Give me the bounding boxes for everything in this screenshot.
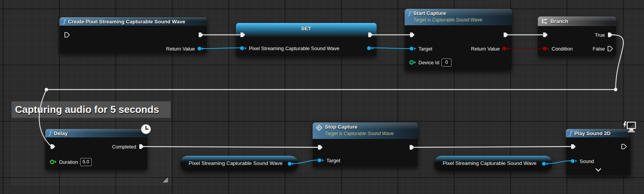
pin-label: Target xyxy=(418,46,432,52)
node-subtitle: Target is Capturable Sound Wave xyxy=(413,17,482,23)
getter-pixel-streaming-sound-wave[interactable]: Pixel Streaming Capturable Sound Wave xyxy=(434,156,552,171)
blueprint-canvas[interactable]: Capturing audio for 5 seconds ƒ xyxy=(0,0,644,194)
branch-icon xyxy=(541,18,548,24)
variable-out-pin[interactable] xyxy=(542,161,548,166)
exec-in-pin[interactable] xyxy=(542,32,548,38)
node-play-sound-2d[interactable]: ƒ Play Sound 2D Sound xyxy=(566,129,631,176)
set-title: SET xyxy=(236,25,377,31)
duration-input[interactable]: 5.0 xyxy=(80,158,91,166)
node-header[interactable]: ƒ Create Pixel Streaming Capturable Soun… xyxy=(59,17,207,26)
node-stop-capture[interactable]: Stop Capture Target is Capturable Sound … xyxy=(313,122,418,167)
node-title: Create Pixel Streaming Capturable Sound … xyxy=(68,19,185,24)
exec-in-pin[interactable] xyxy=(409,32,415,38)
node-header[interactable]: ƒ Delay xyxy=(45,129,148,137)
completed-exec-pin[interactable]: Completed xyxy=(112,143,145,150)
comment-title: Capturing audio for 5 seconds xyxy=(15,104,159,116)
node-create-pixel-streaming-sound-wave[interactable]: ƒ Create Pixel Streaming Capturable Soun… xyxy=(59,17,207,54)
return-value-pin[interactable]: Return Value xyxy=(471,46,509,52)
variable-in-pin[interactable]: Pixel Streaming Capturable Sound Wave xyxy=(240,45,339,51)
getter-label: Pixel Streaming Capturable Sound Wave xyxy=(443,160,537,166)
exec-out-pin[interactable] xyxy=(409,144,415,150)
pin-label: Duration xyxy=(59,159,78,165)
function-icon: ƒ xyxy=(408,10,410,17)
pin-label: Return Value xyxy=(471,46,500,52)
node-title: Branch xyxy=(550,18,568,24)
pin-label: False xyxy=(593,46,605,52)
exec-in-pin[interactable] xyxy=(240,32,246,38)
node-header[interactable]: ƒ Start Capture Target is Capturable Sou… xyxy=(405,9,512,25)
chevron-down-icon[interactable] xyxy=(595,168,601,172)
false-exec-pin[interactable]: False xyxy=(593,46,613,52)
condition-pin[interactable]: Condition xyxy=(542,46,573,52)
device-id-pin[interactable]: Device Id 0 xyxy=(409,59,451,66)
node-set-variable[interactable]: SET Pixel Streaming Capturable Sound Wav… xyxy=(236,23,377,57)
target-pin[interactable]: Target xyxy=(317,157,340,163)
pin-label: Condition xyxy=(552,46,573,52)
pin-label: Device Id xyxy=(418,60,439,65)
variable-out-pin[interactable] xyxy=(287,161,294,166)
pin-label: Sound xyxy=(580,158,594,164)
exec-in-pin[interactable] xyxy=(317,144,323,150)
true-exec-pin[interactable]: True xyxy=(595,32,613,38)
duration-pin[interactable]: Duration 5.0 xyxy=(50,158,92,166)
pin-label: Target xyxy=(326,158,340,163)
node-title: Delay xyxy=(54,130,68,136)
target-pin[interactable]: Target xyxy=(409,46,432,52)
device-id-input[interactable]: 0 xyxy=(441,59,451,67)
reroute-node-left[interactable] xyxy=(45,88,48,91)
exec-out-pin[interactable] xyxy=(621,143,627,150)
function-icon: ƒ xyxy=(49,130,51,137)
monitor-lightning-icon xyxy=(622,121,637,133)
exec-out-pin[interactable] xyxy=(367,32,374,38)
pin-label: Return Value xyxy=(166,46,195,52)
node-title: Stop Capture xyxy=(325,124,394,130)
function-icon: ƒ xyxy=(569,130,572,137)
exec-out-pin[interactable] xyxy=(198,32,204,38)
exec-in-pin[interactable] xyxy=(64,32,70,38)
sound-pin[interactable]: Sound xyxy=(570,158,594,164)
comment-title-bar[interactable]: Capturing audio for 5 seconds xyxy=(12,101,171,118)
node-header[interactable]: ƒ Play Sound 2D xyxy=(566,129,631,137)
node-branch[interactable]: Branch True Condition False xyxy=(538,16,616,57)
pin-label: Completed xyxy=(112,144,136,150)
pin-label: Pixel Streaming Capturable Sound Wave xyxy=(249,46,339,51)
exec-out-pin[interactable] xyxy=(503,32,509,38)
node-title: Start Capture xyxy=(413,10,482,16)
getter-pixel-streaming-sound-wave[interactable]: Pixel Streaming Capturable Sound Wave xyxy=(180,156,298,171)
pin-label: True xyxy=(595,32,605,38)
node-start-capture[interactable]: ƒ Start Capture Target is Capturable Sou… xyxy=(405,9,512,71)
exec-in-pin[interactable] xyxy=(570,143,576,150)
function-icon: ƒ xyxy=(63,18,65,25)
return-value-pin[interactable]: Return Value xyxy=(166,46,204,52)
diamond-call-icon xyxy=(316,125,322,131)
clock-icon xyxy=(141,124,151,134)
getter-label: Pixel Streaming Capturable Sound Wave xyxy=(189,160,283,166)
comment-resize-handle[interactable] xyxy=(163,177,168,183)
variable-out-pin[interactable] xyxy=(367,45,374,51)
node-header[interactable]: Stop Capture Target is Capturable Sound … xyxy=(313,122,418,139)
reroute-node-right[interactable] xyxy=(614,88,618,91)
exec-wire-stopcapture-playsound[interactable] xyxy=(413,147,572,147)
node-header[interactable]: Branch xyxy=(538,16,616,26)
node-subtitle: Target is Capturable Sound Wave xyxy=(325,130,394,137)
exec-in-pin[interactable] xyxy=(50,143,56,150)
node-delay[interactable]: ƒ Delay Completed Duration 5.0 xyxy=(45,129,148,170)
node-title: Play Sound 2D xyxy=(574,130,611,136)
